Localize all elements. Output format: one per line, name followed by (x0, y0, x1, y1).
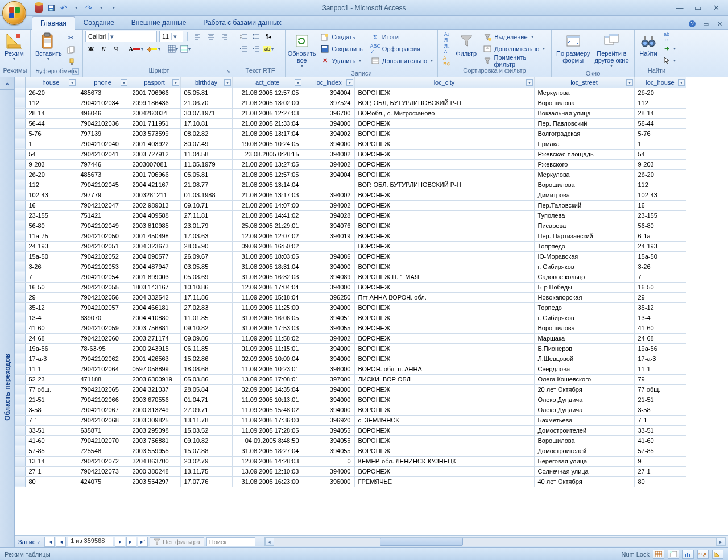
cell[interactable]: ВОРОНЕЖ (354, 149, 534, 159)
cell[interactable]: 79042102049 (77, 221, 129, 231)
cell[interactable]: 24-193 (25, 241, 77, 251)
cell[interactable]: 16 (634, 200, 686, 210)
cell[interactable]: 496046 (77, 108, 129, 118)
row-selector[interactable] (15, 118, 25, 128)
cell[interactable]: Свердлова (534, 364, 634, 374)
cell[interactable]: 13.09.2005 12:10:03 (232, 466, 303, 476)
cell[interactable]: КЕМЕР. обл. ЛЕНИНСК-КУЗНЕЦК (354, 456, 534, 466)
cell[interactable]: ВОРОНЕЖ (354, 200, 534, 210)
row-selector[interactable] (15, 221, 25, 231)
cell[interactable]: ВОРОНЕЖ (354, 159, 534, 169)
cell[interactable]: 21.06.70 (180, 98, 232, 108)
cell[interactable]: 394076 (303, 221, 354, 231)
cell[interactable]: с. ЗЕМЛЯНСК (354, 415, 534, 425)
row-selector[interactable] (15, 128, 25, 139)
cell[interactable]: 2003 295098 (129, 425, 180, 435)
minimize-button[interactable]: — (673, 3, 686, 13)
cell[interactable]: Береговая улица (534, 456, 634, 466)
clear-sort-button[interactable]: АЯ⊘ (440, 55, 454, 67)
cell[interactable]: 15.03.52 (180, 425, 232, 435)
cell[interactable]: 2003 756881 (129, 323, 180, 333)
cell[interactable]: Новокапорская (534, 292, 634, 302)
cell[interactable]: 12.09.2005 12:07:02 (232, 231, 303, 241)
cell[interactable]: Торпедо (534, 302, 634, 313)
column-filter-pasport[interactable]: ▾ (172, 79, 179, 86)
cell[interactable]: 54 (634, 149, 686, 159)
cell[interactable]: 79042102068 (77, 415, 129, 425)
table-row[interactable]: 52-234711882003 630091905.03.8613.09.200… (15, 374, 686, 384)
row-selector[interactable] (15, 323, 25, 333)
view-datasheet-button[interactable] (653, 550, 664, 559)
cell[interactable]: 04.09.2005 8:48:50 (232, 435, 303, 446)
cell[interactable]: 3204 863700 (129, 456, 180, 466)
cell[interactable]: 10.10.86 (180, 282, 232, 292)
cell[interactable]: Ворошилова (534, 435, 634, 446)
row-selector[interactable] (15, 476, 25, 487)
cell[interactable]: ВОР.обл., с. Митрофаново (354, 108, 534, 118)
cell[interactable]: 08.02.82 (180, 128, 232, 139)
cell[interactable]: 2001 711951 (129, 118, 180, 128)
view-pivot-button[interactable] (668, 550, 679, 559)
cell[interactable]: 41-60 (634, 435, 686, 446)
cell[interactable]: ВОРОНЕЖ (354, 425, 534, 435)
column-filter-house[interactable]: ▾ (69, 79, 76, 86)
cell[interactable]: 13.09.2005 17:08:01 (232, 374, 303, 384)
navigation-pane-collapsed[interactable]: » Область переходов (0, 77, 15, 547)
cell[interactable]: 2003 756881 (129, 435, 180, 446)
cell[interactable]: ВОРОНЕЖ (354, 128, 534, 139)
cell[interactable]: 28.05.84 (180, 384, 232, 395)
row-selector[interactable] (15, 292, 25, 302)
cell[interactable]: 31.08.2005 18:03:05 (232, 251, 303, 262)
cell[interactable]: 17.07.76 (180, 476, 232, 487)
row-selector[interactable] (15, 210, 25, 221)
cell[interactable]: 7 (25, 272, 77, 282)
cell[interactable]: 394000 (303, 302, 354, 313)
office-button[interactable] (2, 1, 26, 25)
cell[interactable]: 41-60 (634, 323, 686, 333)
column-header-phone[interactable]: phone▾ (77, 77, 129, 88)
cell[interactable]: 9-203 (634, 159, 686, 169)
cell[interactable]: 21.08.2005 13:14:04 (232, 180, 303, 190)
cell[interactable]: Домостроителей (534, 425, 634, 435)
cell[interactable]: 05.05.81 (180, 169, 232, 180)
cell[interactable]: 102-43 (634, 190, 686, 200)
row-selector[interactable] (15, 241, 25, 251)
cell[interactable]: 79042102065 (77, 384, 129, 395)
cell[interactable]: 27-1 (634, 466, 686, 476)
cell[interactable]: 394000 (303, 405, 354, 415)
cell[interactable]: 03.05.85 (180, 262, 232, 272)
table-row[interactable]: 7790421020542001 89900305.03.6931.08.200… (15, 272, 686, 282)
cell[interactable]: 2003281211 (129, 190, 180, 200)
table-row[interactable]: 23-1557514212004 40958827.11.8121.08.200… (15, 210, 686, 221)
cell[interactable]: 28-14 (634, 108, 686, 118)
cell[interactable]: 394000 (303, 395, 354, 405)
cell[interactable]: 396000 (303, 364, 354, 374)
table-row[interactable]: 102-43797779200328121101.03.198821.08.20… (15, 190, 686, 200)
cell[interactable]: 11.09.2005 11:25:00 (232, 302, 303, 313)
cell[interactable]: 79042102034 (77, 98, 129, 108)
cell[interactable]: Л.Шевцовой (534, 354, 634, 364)
recnav-next[interactable]: ▸ (115, 537, 125, 547)
view-sql-button[interactable]: SQL (697, 550, 709, 559)
cell[interactable]: 2001 706966 (129, 169, 180, 180)
cell[interactable]: 2001 403922 (129, 139, 180, 149)
table-row[interactable]: 41-60790421020592003 75688109.10.8231.08… (15, 323, 686, 333)
fill-color-button[interactable]: ▾ (145, 43, 161, 55)
cell[interactable]: 13.11.75 (180, 466, 232, 476)
row-selector[interactable] (15, 364, 25, 374)
cell[interactable]: 26.09.67 (180, 251, 232, 262)
cell[interactable]: 2004260034 (129, 108, 180, 118)
cell[interactable]: 394055 (303, 435, 354, 446)
table-row[interactable]: 1790421020402001 40392230.07.4919.08.200… (15, 139, 686, 149)
cell[interactable]: 2003 271174 (129, 333, 180, 343)
cell[interactable]: ВОРОНЕЖ (354, 262, 534, 272)
cell[interactable]: 2003 309825 (129, 415, 180, 425)
qat-save-button[interactable] (46, 2, 57, 14)
cell[interactable]: 2001 450498 (129, 231, 180, 241)
column-header-loc_house[interactable]: loc_house▾ (634, 77, 686, 88)
cell[interactable]: 396920 (303, 415, 354, 425)
numbered-list-button[interactable]: 12 (238, 31, 249, 42)
cell[interactable]: 3-26 (25, 262, 77, 272)
column-filter-loc_street[interactable]: ▾ (626, 79, 633, 86)
cell[interactable]: 0 (303, 456, 354, 466)
